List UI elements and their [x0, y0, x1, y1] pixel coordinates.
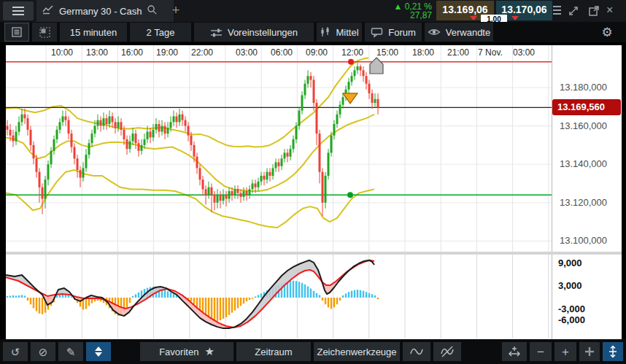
fit-height-icon	[607, 345, 619, 358]
chart-line-icon	[42, 4, 54, 18]
time-label: 21:00	[441, 47, 476, 58]
plus-icon: +	[562, 346, 569, 358]
popout-icon	[588, 5, 600, 17]
favorites-button[interactable]: Favoriten★	[140, 342, 233, 361]
minus-icon: −	[537, 346, 544, 358]
drawing-toolbar: ↺ ⊘ ✎ Favoriten★ Zeitraum Zeichenwerkzeu…	[0, 339, 626, 364]
fit-width-icon	[508, 346, 521, 357]
layout-grid-icon	[39, 26, 51, 39]
macd-label: -3,000	[558, 303, 585, 314]
zoom-in-button[interactable]: +	[554, 342, 576, 361]
time-label: 16:00	[115, 47, 150, 58]
undo-icon: ↺	[11, 346, 20, 357]
time-label: 13:00	[80, 47, 115, 58]
expand-button[interactable]	[568, 5, 579, 20]
popout-button[interactable]	[588, 5, 600, 20]
time-label: 15:00	[370, 47, 405, 58]
price-label: 13.180,000	[560, 82, 607, 93]
time-axis[interactable]: 10:0013:0016:0019:0022:0003:0006:0009:00…	[6, 45, 552, 62]
expand-icon	[568, 5, 579, 17]
clear-button[interactable]: ⊘	[31, 342, 55, 361]
document-list-icon	[11, 26, 23, 38]
undo-button[interactable]: ↺	[3, 342, 28, 361]
up-down-arrows-icon	[95, 346, 102, 357]
time-label: 22:00	[185, 47, 220, 58]
time-label: 7 Nov.	[473, 47, 508, 58]
time-label: 10:00	[45, 47, 80, 58]
price-label: 13.120,000	[560, 197, 607, 208]
ban-icon: ⊘	[39, 346, 48, 357]
change-absolute: 27,87	[376, 11, 432, 20]
star-icon: ★	[204, 345, 214, 358]
wave-icon	[409, 346, 424, 357]
time-label: 19:00	[150, 47, 185, 58]
title-bar: Germany 30 - Cash + ▲ 0,21 % 27,87 13.16…	[0, 0, 626, 22]
price-label: 13.100,000	[560, 235, 607, 246]
current-price-badge: 13.169,560	[552, 99, 621, 115]
macd-label: -6,000	[558, 314, 585, 325]
time-label: 12:00	[335, 47, 370, 58]
wave-tool-button[interactable]	[403, 342, 430, 361]
range-button[interactable]: 2 Tage	[130, 23, 191, 42]
layout-button[interactable]	[32, 23, 57, 42]
price-label: 13.160,000	[560, 120, 607, 131]
settings-button[interactable]: ⚙	[592, 23, 622, 42]
pencil-icon: ✎	[66, 346, 76, 357]
macd-label: 9,000	[558, 257, 582, 268]
price-label: 13.140,000	[560, 158, 607, 169]
forum-button[interactable]: Forum	[365, 23, 422, 42]
gear-icon: ⚙	[601, 26, 612, 39]
means-button[interactable]: Mittel	[317, 23, 362, 42]
candle-style-button[interactable]	[86, 342, 111, 361]
search-icon[interactable]	[147, 4, 158, 18]
time-label: 03:00	[506, 47, 541, 58]
candle-chart-icon	[320, 26, 331, 38]
crosshair-button[interactable]	[579, 342, 600, 361]
macd-panel-background	[6, 255, 552, 339]
tab-title: Germany 30 - Cash	[59, 6, 142, 17]
wave-off-button[interactable]	[433, 342, 461, 361]
draw-pencil-button[interactable]: ✎	[58, 342, 83, 361]
period-button[interactable]: Zeitraum	[236, 342, 311, 361]
new-tab-button[interactable]: +	[165, 0, 187, 22]
sell-arrow-down-icon	[470, 16, 477, 20]
change-block: ▲ 0,21 % 27,87	[376, 2, 432, 20]
time-label: 06:00	[264, 47, 299, 58]
close-button[interactable]: ×	[606, 4, 613, 17]
chart-toolbar: 15 minuten 2 Tage Voreinstellungen Mitte…	[0, 22, 626, 42]
time-label: 09:00	[299, 47, 334, 58]
time-label: 18:00	[406, 47, 441, 58]
drag-handle-icon[interactable]	[553, 6, 561, 15]
eye-icon	[428, 27, 441, 37]
drawing-tools-button[interactable]: Zeichenwerkzeuge	[314, 342, 400, 361]
main-chart-background	[6, 62, 552, 252]
speech-bubble-icon	[371, 26, 383, 38]
up-triangle-icon: ▲	[393, 1, 402, 12]
fit-horizontal-button[interactable]	[502, 342, 527, 361]
watchlist-button[interactable]	[4, 23, 29, 42]
related-button[interactable]: Verwandte	[425, 23, 493, 42]
presets-button[interactable]: Voreinstellungen	[194, 23, 314, 42]
zoom-out-button[interactable]: −	[530, 342, 552, 361]
interval-button[interactable]: 15 minuten	[60, 23, 127, 42]
price-axis[interactable]: 13.180,00013.160,00013.140,00013.120,000…	[552, 45, 622, 252]
macd-axis: 9,0003,000-3,000-6,000	[552, 255, 622, 339]
buy-arrow-down-icon	[511, 16, 519, 20]
time-label: 03:00	[229, 47, 264, 58]
crosshair-icon	[584, 346, 595, 357]
wave-off-icon	[440, 346, 455, 357]
chart-tab[interactable]: Germany 30 - Cash	[36, 0, 174, 22]
fit-vertical-button[interactable]	[603, 342, 623, 361]
macd-label: 3,000	[558, 280, 582, 291]
menu-button[interactable]	[3, 1, 34, 20]
sliders-icon	[210, 27, 223, 38]
